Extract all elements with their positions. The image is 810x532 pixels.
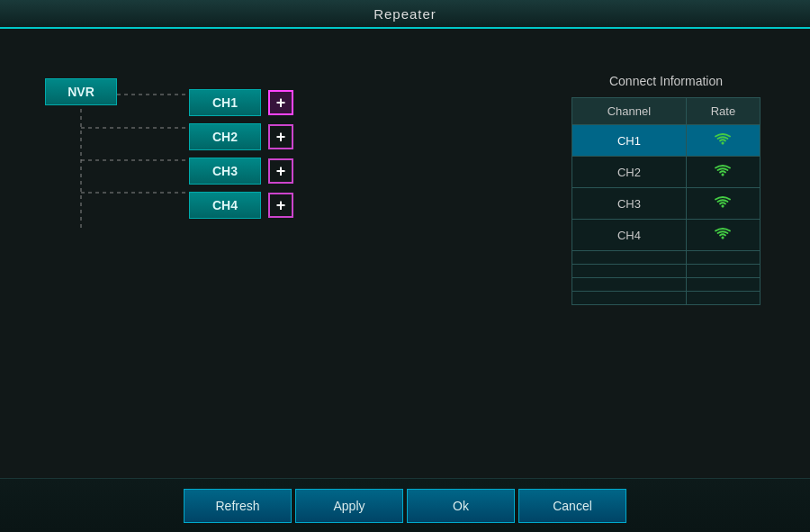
rate-cell [686,125,760,157]
table-row[interactable]: CH4 [572,220,760,251]
rate-cell [686,292,760,305]
channel-row-4: CH4 + [189,192,293,219]
channels-container: CH1 + CH2 + CH3 + CH4 + [45,89,293,219]
channel-cell [572,278,687,292]
ch1-node[interactable]: CH1 [189,89,261,116]
main-content: NVR CH1 + CH2 + CH3 + CH4 + [0,29,810,532]
channel-cell [572,292,687,305]
channel-row-1: CH1 + [189,89,293,116]
table-row[interactable]: CH2 [572,157,760,188]
nvr-node: NVR [45,78,117,105]
table-row[interactable] [572,292,760,305]
wifi-icon [713,133,733,149]
channel-cell: CH3 [572,188,687,220]
add-btn-ch3[interactable]: + [268,158,293,184]
svg-point-6 [722,174,724,176]
refresh-button[interactable]: Refresh [184,489,292,523]
column-rate: Rate [686,98,760,125]
table-row[interactable] [572,265,760,278]
ok-button[interactable]: Ok [407,489,515,523]
add-btn-ch2[interactable]: + [268,124,293,149]
channel-cell [572,251,687,265]
channel-cell [572,265,687,278]
rate-cell [686,278,760,292]
connect-info-panel: Connect Information Channel Rate CH1 CH2 [572,74,760,305]
add-btn-ch1[interactable]: + [268,90,293,115]
table-row[interactable] [572,278,760,292]
title-bar: Repeater [0,0,810,29]
ch3-node[interactable]: CH3 [189,158,261,185]
rate-cell [686,251,760,265]
wifi-icon [713,228,733,243]
wifi-icon [713,165,733,180]
channel-cell: CH4 [572,220,687,251]
channel-row-3: CH3 + [189,158,293,185]
column-channel: Channel [572,98,687,125]
rate-cell [686,188,760,220]
table-row[interactable] [572,251,760,265]
table-header-row: Channel Rate [572,98,760,125]
ch2-node[interactable]: CH2 [189,123,261,150]
connect-info-title: Connect Information [572,74,760,88]
table-row[interactable]: CH3 [572,188,760,220]
table-row[interactable]: CH1 [572,125,760,157]
svg-point-8 [722,237,724,239]
bottom-buttons: Refresh Apply Ok Cancel [0,478,810,532]
rate-cell [686,220,760,251]
channel-cell: CH2 [572,157,687,188]
channel-row-2: CH2 + [189,123,293,150]
channel-cell: CH1 [572,125,687,157]
rate-cell [686,265,760,278]
wifi-icon [713,196,733,212]
add-btn-ch4[interactable]: + [268,193,293,218]
svg-point-7 [722,205,724,208]
ch4-node[interactable]: CH4 [189,192,261,219]
connect-info-table: Channel Rate CH1 CH2 [572,97,760,305]
tree-container: NVR CH1 + CH2 + CH3 + CH4 + [45,78,293,222]
svg-point-5 [722,142,724,145]
apply-button[interactable]: Apply [295,489,403,523]
cancel-button[interactable]: Cancel [518,489,626,523]
rate-cell [686,157,760,188]
page-title: Repeater [374,6,436,22]
